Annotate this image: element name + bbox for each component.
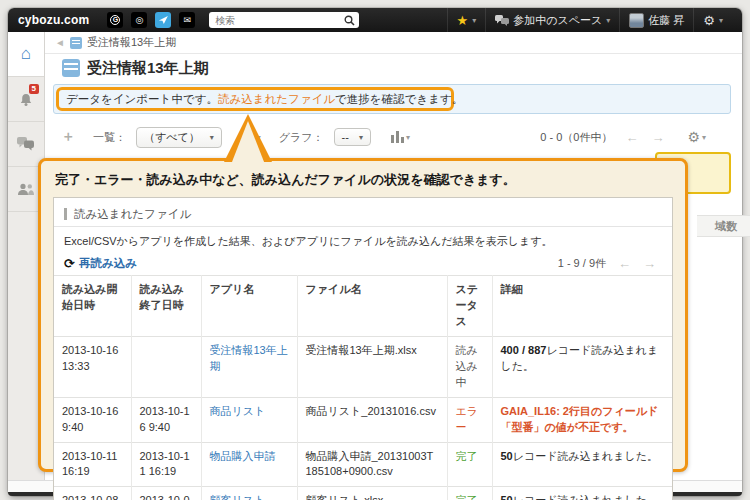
cell-file-name: 物品購入申請_20131003T185108+0900.csv [297, 442, 447, 487]
column-header: ステータス [447, 276, 492, 337]
reload-label: 再読み込み [79, 256, 137, 271]
cell-app-name: 商品リスト [201, 397, 297, 442]
top-navigation-bar: cybozu.com G ◎ ✉ ★ ▾ 参加中のスペース ▾ 佐藤 昇 ⚙ [8, 8, 742, 32]
app-icon [62, 59, 80, 77]
detail-count: 50 [501, 450, 513, 462]
record-pagination: 0 - 0（0件中） [540, 130, 612, 145]
table-header-row: 読み込み開始日時読み込み終了日時アプリ名ファイル名ステータス詳細 [54, 276, 672, 337]
search-icon[interactable] [344, 15, 355, 26]
view-settings-button[interactable]: ⚙ ▾ [687, 129, 706, 145]
import-notice-bar: データをインポート中です。 読み込まれたファイル で進捗を確認できます。 [53, 84, 731, 114]
next-page-icon[interactable]: → [651, 130, 664, 145]
panel-heading-row: 読み込まれたファイル [54, 198, 672, 227]
cell-start-time: 2013-10-16 13:33 [54, 336, 131, 397]
cell-status: 読み込み中 [447, 336, 492, 397]
cell-start-time: 2013-10-11 16:19 [54, 442, 131, 487]
detail-count: 400 / 887 [501, 344, 547, 356]
cell-status: 完了 [447, 487, 492, 500]
sidebar-item-notifications[interactable]: 5 [8, 77, 44, 122]
cell-app-name: 物品購入申請 [201, 442, 297, 487]
cell-detail: 50レコード読み込まれました。 [492, 487, 672, 500]
view-toolbar: ＋ 一覧： （すべて） ▾ ▾ グラフ： -- ▾ ▾ 0 - 0（0件中） ← [45, 122, 742, 152]
home-icon: ⌂ [21, 44, 31, 64]
app-window: cybozu.com G ◎ ✉ ★ ▾ 参加中のスペース ▾ 佐藤 昇 ⚙ [8, 8, 742, 496]
column-header: 詳細 [492, 276, 672, 337]
status-badge: 完了 [456, 494, 478, 500]
imported-files-link[interactable]: 読み込まれたファイル [218, 92, 335, 107]
chevron-down-icon: ▾ [606, 16, 610, 25]
gear-icon: ⚙ [703, 13, 715, 28]
user-menu[interactable]: 佐藤 昇 [619, 8, 693, 32]
detail-text: GAIA_IL16: 2行目のフィールド「型番」の値が不正です。 [501, 405, 659, 433]
page-title-row: 受注情報13年上期 [45, 54, 742, 82]
cell-end-time [131, 336, 201, 397]
table-row: 2013-10-08 14:212013-10-08 14:21顧客リスト顧客リ… [54, 487, 672, 500]
next-page-icon[interactable]: → [643, 256, 656, 271]
list-select[interactable]: （すべて） ▾ [136, 127, 222, 148]
search-box[interactable] [209, 12, 359, 28]
avatar [629, 13, 644, 28]
chat-bubbles-icon [17, 137, 35, 151]
prev-page-icon[interactable]: ← [625, 130, 638, 145]
add-record-icon[interactable]: ＋ [61, 128, 75, 146]
chart-button[interactable]: ▾ [391, 131, 410, 143]
column-header: ファイル名 [297, 276, 447, 337]
detail-text: レコード読み込まれました。 [513, 450, 658, 462]
sidebar-item-home[interactable]: ⌂ [8, 32, 44, 77]
column-header: 読み込み開始日時 [54, 276, 131, 337]
graph-select[interactable]: -- ▾ [334, 128, 371, 146]
prev-page-icon[interactable]: ← [618, 256, 631, 271]
reload-button[interactable]: ⟳ 再読み込み [64, 256, 137, 271]
page-title: 受注情報13年上期 [87, 59, 209, 78]
cell-file-name: 顧客リスト.xlsx [297, 487, 447, 500]
search-input[interactable] [215, 15, 340, 26]
cybozu-logo: cybozu.com [18, 13, 89, 27]
cell-status: エラー [447, 397, 492, 442]
background-table-header-fragment: 域数 [697, 215, 750, 237]
kintone-icon[interactable] [155, 12, 171, 28]
panel-description: Excel/CSVからアプリを作成した結果、およびアプリにファイルを読み込んだ結… [54, 227, 672, 251]
spaces-label: 参加中のスペース [513, 13, 602, 28]
panel-pagination-cluster: 1 - 9 / 9件 ← → [558, 256, 662, 271]
garoon-icon[interactable]: G [107, 12, 123, 28]
spaces-menu[interactable]: 参加中のスペース ▾ [485, 8, 619, 32]
app-link[interactable]: 商品リスト [210, 405, 266, 417]
topbar-right-cluster: ★ ▾ 参加中のスペース ▾ 佐藤 昇 ⚙ ▾ [447, 8, 732, 32]
notice-highlight-annotation: データをインポート中です。 読み込まれたファイル で進捗を確認できます。 [56, 87, 454, 111]
app-link[interactable]: 顧客リスト [210, 494, 266, 500]
settings-menu[interactable]: ⚙ ▾ [693, 8, 732, 32]
chevron-down-icon: ▾ [719, 16, 723, 25]
help-callout: 完了・エラー・読み込み中など、読み込んだファイルの状況を確認できます。 読み込ま… [38, 158, 688, 472]
graph-label: グラフ： [279, 130, 324, 145]
cell-app-name: 受注情報13年上期 [201, 336, 297, 397]
panel-pagination: 1 - 9 / 9件 [558, 256, 606, 271]
column-header: 読み込み終了日時 [131, 276, 201, 337]
notice-text-before: データをインポート中です。 [66, 92, 218, 107]
office-icon[interactable]: ◎ [131, 12, 147, 28]
star-icon: ★ [457, 13, 469, 28]
detail-text: レコード読み込まれました。 [513, 494, 658, 500]
status-badge: 完了 [456, 450, 478, 462]
bar-chart-icon [391, 131, 404, 143]
reload-icon: ⟳ [64, 256, 75, 271]
breadcrumb-app-label[interactable]: 受注情報13年上期 [87, 35, 176, 50]
app-link[interactable]: 受注情報13年上期 [210, 344, 288, 372]
cell-start-time: 2013-10-08 14:21 [54, 487, 131, 500]
gear-icon: ⚙ [687, 129, 700, 145]
breadcrumb: ◄ 受注情報13年上期 [45, 32, 742, 54]
table-row: 2013-10-16 9:402013-10-16 9:40商品リスト商品リスト… [54, 397, 672, 442]
speech-bubbles-icon [495, 15, 509, 26]
chevron-down-icon: ▾ [472, 16, 476, 25]
cell-detail: GAIA_IL16: 2行目のフィールド「型番」の値が不正です。 [492, 397, 672, 442]
callout-title: 完了・エラー・読み込み中など、読み込んだファイルの状況を確認できます。 [41, 161, 685, 197]
back-icon[interactable]: ◄ [55, 37, 65, 48]
mail-icon[interactable]: ✉ [179, 12, 195, 28]
cell-file-name: 受注情報13年上期.xlsx [297, 336, 447, 397]
cell-status: 完了 [447, 442, 492, 487]
table-row: 2013-10-11 16:192013-10-11 16:19物品購入申請物品… [54, 442, 672, 487]
cell-detail: 50レコード読み込まれました。 [492, 442, 672, 487]
people-icon [17, 183, 35, 196]
user-name: 佐藤 昇 [648, 13, 684, 28]
favorites-menu[interactable]: ★ ▾ [447, 8, 486, 32]
app-link[interactable]: 物品購入申請 [210, 450, 276, 462]
